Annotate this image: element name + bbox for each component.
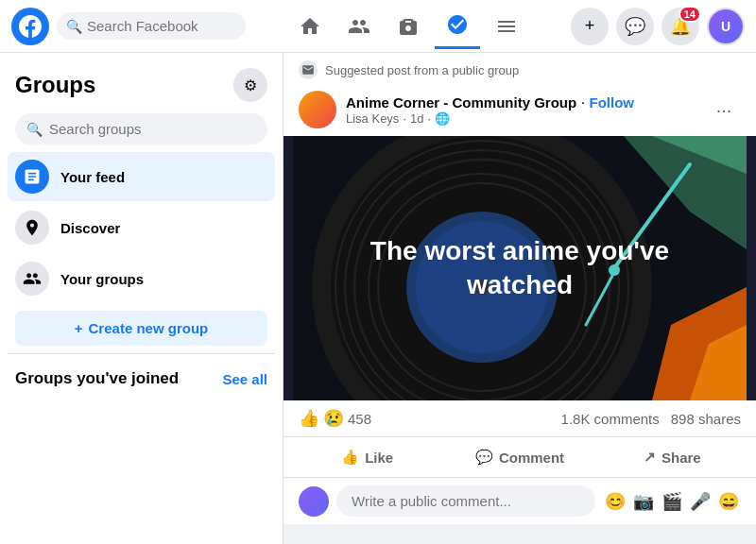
comments-count[interactable]: 1.8K comments	[561, 411, 660, 427]
reaction-count[interactable]: 458	[348, 411, 371, 427]
emoji-btn-sticker[interactable]: 😄	[716, 489, 741, 514]
comment-input[interactable]	[336, 485, 595, 517]
sidebar-item-label-your-feed: Your feed	[60, 169, 125, 185]
separator: ·	[581, 94, 590, 110]
sidebar-divider	[8, 353, 275, 354]
top-navigation: 🔍 + 💬 🔔 14 U	[0, 0, 756, 53]
facebook-logo[interactable]	[11, 8, 49, 45]
sad-emoji: 😢	[323, 408, 344, 429]
messenger-icon: 💬	[625, 16, 645, 37]
comment-icon: 💬	[475, 449, 493, 466]
post-image-text: The worst anime you've watched	[352, 215, 688, 322]
create-group-label: Create new group	[89, 320, 209, 336]
comment-user-avatar	[299, 486, 329, 517]
post-author-line: Lisa Keys · 1d · 🌐	[346, 111, 697, 126]
nav-add-btn[interactable]: +	[571, 8, 609, 45]
nav-search-wrap: 🔍	[57, 12, 246, 40]
more-icon: ···	[716, 99, 732, 121]
post-actions: 👍 Like 💬 Comment ↗ Share	[284, 437, 756, 478]
post-header: Anime Corner - Community Group · Follow …	[284, 83, 756, 136]
post-meta: Anime Corner - Community Group · Follow …	[346, 94, 697, 126]
post-follow-btn[interactable]: Follow	[590, 94, 635, 110]
your-feed-icon	[15, 160, 49, 194]
emoji-btn-face[interactable]: 😊	[603, 489, 627, 514]
like-btn[interactable]: 👍 Like	[291, 441, 443, 473]
emoji-btn-gif[interactable]: 🎬	[660, 489, 684, 514]
reactions-left: 👍 😢 458	[299, 408, 371, 429]
like-icon: 👍	[341, 449, 359, 466]
search-wrap: 🔍	[8, 110, 275, 152]
post-suggested-label: Suggested post from a public group	[284, 53, 756, 83]
plus-icon: +	[585, 16, 595, 36]
post-card: Suggested post from a public group Anime…	[284, 53, 756, 524]
post-time: 1d	[410, 111, 423, 126]
plus-icon: +	[75, 320, 83, 336]
comment-area: 😊 📷 🎬 🎤 😄	[284, 478, 756, 524]
nav-center-icons	[253, 4, 563, 49]
gear-icon: ⚙	[244, 76, 257, 94]
like-label: Like	[365, 450, 393, 466]
post-group-avatar	[299, 91, 336, 128]
notifications-badge: 14	[679, 6, 701, 23]
emoji-btn-camera[interactable]: 📷	[631, 489, 656, 514]
search-groups-wrap: 🔍	[15, 113, 267, 144]
groups-joined-title: Groups you've joined	[15, 369, 179, 388]
like-emoji: 👍	[299, 408, 319, 429]
nav-home-btn[interactable]	[287, 4, 333, 49]
search-groups-icon: 🔍	[26, 122, 43, 137]
nav-friends-btn[interactable]	[336, 4, 382, 49]
comment-label: Comment	[499, 450, 564, 466]
nav-search-icon: 🔍	[66, 19, 82, 34]
suggested-icon	[299, 60, 318, 79]
sidebar-item-discover[interactable]: Discover	[8, 203, 275, 252]
globe-icon: 🌐	[435, 111, 450, 126]
avatar-initials: U	[709, 9, 743, 43]
discover-icon	[15, 211, 49, 245]
see-all-btn[interactable]: See all	[222, 371, 267, 387]
nav-marketplace-btn[interactable]	[386, 4, 431, 49]
shares-count[interactable]: 898 shares	[671, 411, 741, 427]
comment-btn[interactable]: 💬 Comment	[443, 441, 595, 473]
share-btn[interactable]: ↗ Share	[596, 441, 748, 473]
nav-menu-btn[interactable]	[484, 4, 529, 49]
dot-separator: ·	[403, 111, 406, 126]
sidebar-settings-btn[interactable]: ⚙	[233, 68, 267, 102]
post-more-btn[interactable]: ···	[707, 93, 741, 127]
post-group-name[interactable]: Anime Corner - Community Group	[346, 94, 576, 110]
main-content: Groups ⚙ 🔍 Your feed Discover	[0, 53, 756, 544]
post-image-text-line1: The worst anime you've	[370, 234, 669, 268]
feed: Suggested post from a public group Anime…	[284, 53, 756, 544]
post-image: The worst anime you've watched	[284, 136, 756, 400]
nav-search-input[interactable]	[57, 12, 246, 40]
sidebar-item-your-feed[interactable]: Your feed	[8, 152, 275, 201]
dot-separator-2: ·	[427, 111, 431, 126]
search-groups-input[interactable]	[15, 113, 267, 144]
groups-joined-header: Groups you've joined See all	[8, 362, 275, 392]
sidebar: Groups ⚙ 🔍 Your feed Discover	[0, 53, 284, 544]
nav-notifications-btn[interactable]: 🔔 14	[662, 8, 699, 45]
sidebar-header: Groups ⚙	[8, 64, 275, 110]
nav-right-actions: + 💬 🔔 14 U	[571, 8, 745, 45]
sidebar-title: Groups	[15, 72, 95, 98]
nav-avatar[interactable]: U	[707, 8, 745, 45]
sidebar-item-label-your-groups: Your groups	[60, 271, 144, 287]
nav-groups-btn[interactable]	[435, 4, 480, 49]
sidebar-item-label-discover: Discover	[60, 220, 120, 236]
post-reactions-bar: 👍 😢 458 1.8K comments 898 shares	[284, 400, 756, 437]
your-groups-icon	[15, 262, 49, 296]
post-image-text-line2: watched	[370, 268, 669, 302]
post-group-name-line: Anime Corner - Community Group · Follow	[346, 94, 697, 111]
share-label: Share	[662, 450, 701, 466]
share-icon: ↗	[644, 449, 656, 466]
post-author: Lisa Keys	[346, 111, 399, 126]
emoji-btn-mic[interactable]: 🎤	[688, 489, 713, 514]
comment-emoji-btns: 😊 📷 🎬 🎤 😄	[603, 489, 741, 514]
create-new-group-btn[interactable]: + Create new group	[15, 311, 267, 346]
nav-messenger-btn[interactable]: 💬	[616, 8, 654, 45]
sidebar-item-your-groups[interactable]: Your groups	[8, 254, 275, 303]
suggested-text: Suggested post from a public group	[325, 63, 519, 77]
reactions-right: 1.8K comments 898 shares	[561, 411, 741, 427]
